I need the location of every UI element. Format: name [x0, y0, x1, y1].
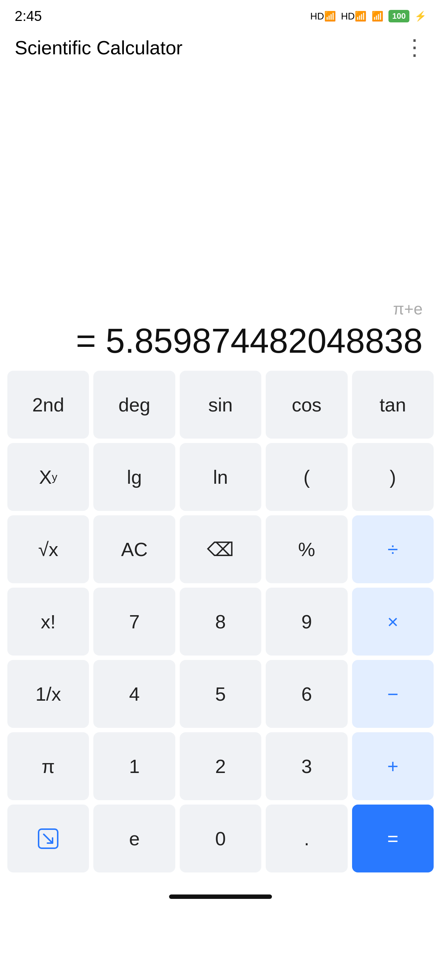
battery-indicator: 100 — [388, 10, 409, 22]
signal2-icon: HD📶 — [341, 11, 367, 22]
key-cos[interactable]: cos — [266, 371, 347, 439]
nav-pill — [169, 894, 272, 899]
key-equals[interactable]: = — [352, 805, 434, 872]
display-area: π+e = 5.859874482048838 — [0, 66, 441, 367]
key-subtract[interactable]: − — [352, 660, 434, 728]
menu-button[interactable]: ⋮ — [404, 37, 426, 59]
key-2nd[interactable]: 2nd — [7, 371, 89, 439]
key-tan[interactable]: tan — [352, 371, 434, 439]
status-icons: HD📶 HD📶 📶 100 ⚡ — [310, 10, 426, 22]
key-backspace[interactable]: ⌫ — [180, 515, 261, 583]
key-row-1: 2nd deg sin cos tan — [7, 371, 434, 439]
status-bar: 2:45 HD📶 HD📶 📶 100 ⚡ — [0, 0, 441, 29]
key-pi[interactable]: π — [7, 732, 89, 800]
key-0[interactable]: 0 — [180, 805, 261, 872]
key-multiply[interactable]: × — [352, 588, 434, 655]
key-e[interactable]: e — [93, 805, 175, 872]
key-ln[interactable]: ln — [180, 443, 261, 511]
key-sqrt[interactable]: √x — [7, 515, 89, 583]
key-percent[interactable]: % — [266, 515, 347, 583]
key-row-4: x! 7 8 9 × — [7, 588, 434, 655]
key-2[interactable]: 2 — [180, 732, 261, 800]
key-5[interactable]: 5 — [180, 660, 261, 728]
display-result: = 5.859874482048838 — [15, 322, 426, 360]
key-7[interactable]: 7 — [93, 588, 175, 655]
charging-icon: ⚡ — [415, 11, 426, 22]
key-row-6: π 1 2 3 + — [7, 732, 434, 800]
key-row-7: e 0 . = — [7, 805, 434, 872]
key-nav[interactable] — [7, 805, 89, 872]
key-row-2: Xy lg ln ( ) — [7, 443, 434, 511]
key-3[interactable]: 3 — [266, 732, 347, 800]
key-9[interactable]: 9 — [266, 588, 347, 655]
key-open-paren[interactable]: ( — [266, 443, 347, 511]
key-8[interactable]: 8 — [180, 588, 261, 655]
key-6[interactable]: 6 — [266, 660, 347, 728]
key-decimal[interactable]: . — [266, 805, 347, 872]
key-1[interactable]: 1 — [93, 732, 175, 800]
key-row-3: √x AC ⌫ % ÷ — [7, 515, 434, 583]
key-xy[interactable]: Xy — [7, 443, 89, 511]
app-header: Scientific Calculator ⋮ — [0, 29, 441, 66]
status-time: 2:45 — [15, 8, 42, 24]
key-sin[interactable]: sin — [180, 371, 261, 439]
keypad: 2nd deg sin cos tan Xy lg ln ( ) √x AC ⌫… — [0, 367, 441, 888]
key-row-5: 1/x 4 5 6 − — [7, 660, 434, 728]
nav-bar — [0, 888, 441, 906]
key-add[interactable]: + — [352, 732, 434, 800]
key-divide[interactable]: ÷ — [352, 515, 434, 583]
display-secondary: π+e — [15, 300, 426, 318]
key-close-paren[interactable]: ) — [352, 443, 434, 511]
wifi-icon: 📶 — [372, 11, 383, 22]
key-factorial[interactable]: x! — [7, 588, 89, 655]
key-4[interactable]: 4 — [93, 660, 175, 728]
key-lg[interactable]: lg — [93, 443, 175, 511]
app-title: Scientific Calculator — [15, 37, 183, 59]
key-reciprocal[interactable]: 1/x — [7, 660, 89, 728]
key-ac[interactable]: AC — [93, 515, 175, 583]
key-deg[interactable]: deg — [93, 371, 175, 439]
signal1-icon: HD📶 — [310, 11, 336, 22]
